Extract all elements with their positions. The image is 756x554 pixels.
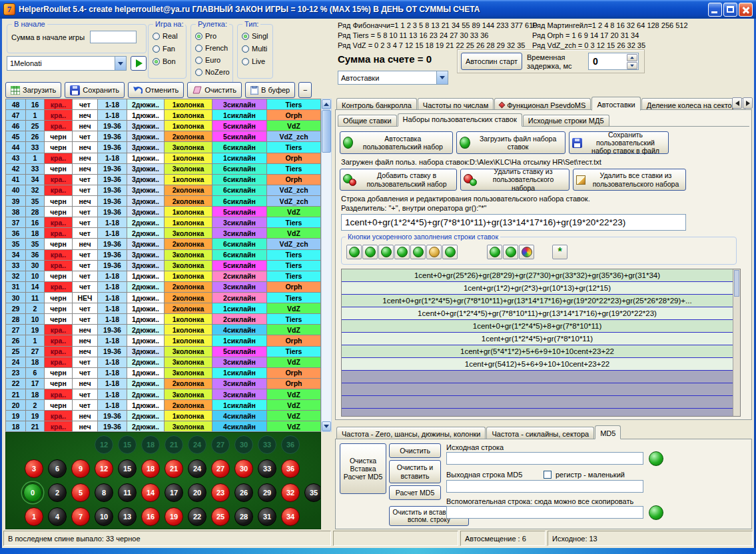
radio-multi[interactable]: Multi [242,45,267,53]
board-number[interactable]: 31 [258,507,276,526]
md5-clear-button[interactable]: Очистить [389,443,441,458]
md5-source-input[interactable] [446,452,643,465]
board-number[interactable]: 28 [234,507,253,526]
radio-singl[interactable]: Singl [242,32,268,40]
table-scrollbar[interactable] [321,99,332,432]
board-number[interactable]: 6 [48,459,67,478]
table-row[interactable]: 4526чернчет19-363дюжи..2колонка5сиклайнV… [6,131,321,142]
md5-copy-button[interactable] [649,505,663,520]
board-number[interactable]: 20 [188,483,206,502]
board-number[interactable]: 35 [304,483,321,502]
table-row[interactable]: 292чернчет1-181дюжи..2колонка1сиклайнVdZ [6,303,321,314]
add-bet-button[interactable]: Добавить ставку в пользовательский набор [340,169,457,191]
table-row[interactable]: 2118кра..чет1-182дюжи..3колонка3сиклайнV… [6,389,321,400]
bets-list-scrollbar[interactable] [733,269,740,416]
copy-to-buffer-button[interactable]: В буфер [245,82,295,98]
undo-button[interactable]: Отменить [128,82,184,98]
bet-list-item[interactable]: 1cent+0+gr(1*2*4*5)+gr(7*8*10*11)+gr(13*… [342,307,733,320]
delete-bet-button[interactable]: Удалить ставку из пользовательского набо… [460,169,569,191]
spin-up-button[interactable] [627,54,637,61]
subtab-common-bets[interactable]: Общие ставки [338,115,397,126]
board-number[interactable]: 22 [188,507,206,526]
board-number[interactable]: 11 [118,483,137,502]
tab-freq-zero-chances[interactable]: Частота - Zero, шансы, дюжины, колонки [336,427,486,439]
board-number[interactable]: 19 [165,507,183,526]
table-row[interactable]: 2810чернчет1-181дюжи..1колонка2сиклайнTi… [6,314,321,325]
tab-md5[interactable]: MD5 [595,425,621,439]
md5-all-in-one-button[interactable]: Очистка Вставка Расчет MD5 [340,443,386,494]
board-number[interactable]: 36 [281,459,300,478]
subtab-md5-source-strings[interactable]: Исходные строки МД5 [523,115,609,126]
table-row[interactable]: 4032кра..чет19-363дюжи..2колонка6сиклайн… [6,185,321,196]
save-button[interactable]: Сохранить [65,82,125,98]
board-number[interactable]: 26 [234,483,253,502]
board-number[interactable]: 1 [25,507,43,526]
table-row[interactable]: 471кра..неч1-181дюжи..1колонка1сиклайнOr… [6,110,321,121]
quick-bet-chip-button[interactable] [442,245,458,259]
board-number[interactable]: 15 [118,459,137,478]
board-number[interactable]: 25 [211,507,230,526]
quick-bet-chip-button[interactable] [394,245,410,259]
board-number[interactable]: 7 [71,507,90,526]
table-row[interactable]: 1919кра..неч19-362дюжи..1колонка4сиклайн… [6,411,321,421]
board-number[interactable]: 27 [211,459,230,478]
table-row[interactable]: 3114кра..чет1-182дюжи..2колонка3сиклайнO… [6,282,321,293]
bet-list-item[interactable]: 1cent+gr(1*2*4*5)+gr(7*8*10*11) [342,333,733,345]
spin-down-button[interactable] [627,62,637,69]
table-row[interactable]: 3330кра..чет19-363дюжи..3колонка5сиклайн… [6,261,321,271]
bet-list-item[interactable]: 1cent+gr(5412)+5+6+9+10+10cent+23+22 [342,358,733,371]
collapse-button[interactable]: − [298,82,312,98]
board-number[interactable]: 8 [95,483,113,502]
bets-list-scroll-thumb[interactable] [734,270,739,297]
bet-list-item[interactable]: 1cent+0+gr(1*2*4*5)+gr(7*8*10*11)+gr(13*… [342,295,733,307]
md5-calc-button[interactable]: Расчет MD5 [389,485,441,500]
table-row[interactable]: 1821кра..неч19-362дюжи..3колонка4сиклайн… [6,421,321,432]
table-row[interactable]: 2418кра..чет1-182дюжи..3колонка3сиклайнV… [6,357,321,368]
tab-bankroll-control[interactable]: Контроль банкролла [336,98,417,110]
scroll-down-button[interactable] [322,421,331,431]
table-row[interactable]: 3535черннеч19-363дюжи..2колонка6сиклайнV… [6,239,321,249]
table-row[interactable]: 4816кра..чет1-182дюжи..1колонка3сиклайнT… [6,99,321,110]
table-row[interactable]: 4433черннеч19-363дюжи..3колонка6сиклайнT… [6,142,321,153]
radio-real[interactable]: Real [153,32,178,40]
board-number[interactable]: 2 [48,483,67,502]
play-button[interactable] [131,56,147,71]
autospin-start-button[interactable]: Автоспин старт [461,53,522,70]
tab-psevdoms[interactable]: Функционал PsevdoMS [494,98,591,110]
quick-bet-chip-button[interactable] [378,245,394,259]
board-number[interactable]: 18 [141,459,160,478]
load-button[interactable]: Загрузить [5,82,61,98]
autobets-dropdown[interactable]: Автоставки [338,71,448,85]
table-row[interactable]: 3716кра..чет1-182дюжи..1колонка3сиклайнT… [6,217,321,228]
bet-list-item[interactable]: 1cent+0+gr(25*26)+gr(28*29)+gr(27*30)+gr… [342,269,733,282]
start-sum-input[interactable] [90,31,137,43]
board-number[interactable]: 33 [258,459,276,478]
clear-button[interactable]: Очистить [187,82,242,98]
board-number[interactable]: 5 [71,483,90,502]
tab-freq-sixlines-sectors[interactable]: Частота - сиклайны, сектора [486,427,594,439]
md5-helper-input[interactable] [446,506,643,519]
table-row[interactable]: 2217черннеч1-182дюжи..2колонка3сиклайнOr… [6,379,321,389]
bet-list-item[interactable]: 1cent+gr(5*4*1*2)+5+6+9+10+10cent+23+22 [342,345,733,358]
bet-string-input[interactable] [341,214,686,231]
quick-bet-chip-button[interactable] [362,245,378,259]
table-row[interactable]: 4625кра..неч19-363дюжи..1колонка5сиклайн… [6,121,321,131]
tab-wheel-sectors[interactable]: Деление колеса на сектора [641,98,745,110]
board-number[interactable]: 10 [95,507,113,526]
board-number[interactable]: 32 [281,483,300,502]
dropdown-arrow-icon[interactable] [115,57,126,70]
save-bet-set-file-button[interactable]: Сохранить пользовательский набор ставок … [569,131,669,154]
tab-scroll-right-button[interactable] [743,97,753,109]
table-row[interactable]: 236чернчет1-181дюжи..3колонка1сиклайнOrp… [6,368,321,379]
table-row[interactable]: 3618кра..чет1-182дюжи..3колонка3сиклайнV… [6,228,321,239]
quick-bet-chip-button[interactable] [487,245,502,259]
dropdown-arrow-icon[interactable] [436,71,448,84]
md5-output-input[interactable] [446,480,643,493]
radio-fan[interactable]: Fan [153,45,175,53]
radio-nozero[interactable]: NoZero [195,68,230,76]
board-number[interactable]: 21 [165,459,183,478]
board-number[interactable]: 12 [95,459,113,478]
autobet-user-set-button[interactable]: Автоставка пользовательский набор [340,131,453,154]
scroll-up-button[interactable] [322,99,331,109]
quick-bet-multi-button[interactable] [519,245,534,259]
